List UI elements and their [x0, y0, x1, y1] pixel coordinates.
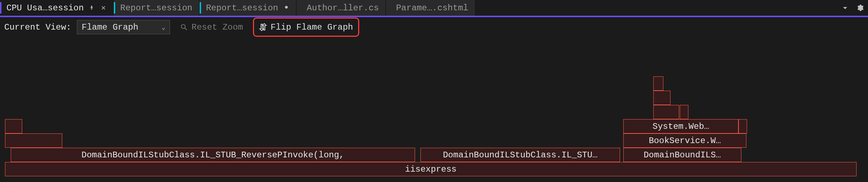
tab-author-controller[interactable]: Author…ller.cs — [297, 0, 386, 16]
flame-box-col3-r5[interactable] — [653, 91, 670, 105]
tab-accent — [0, 2, 1, 14]
tab-report-session-1[interactable]: Report…session — [114, 0, 200, 16]
close-icon[interactable] — [100, 5, 107, 11]
tab-accent — [114, 2, 115, 14]
flame-box-label: System.Web… — [627, 122, 735, 131]
flame-box-label: BookService.W… — [627, 136, 742, 146]
flame-box-col3-r6[interactable] — [653, 76, 663, 91]
flame-box-col3-r2[interactable]: BookService.W… — [623, 133, 746, 148]
flip-flame-graph-button[interactable]: Flip Flame Graph — [259, 20, 353, 34]
tab-label: Report…session — [120, 3, 192, 13]
pin-icon[interactable] — [89, 5, 95, 11]
reset-zoom-button[interactable]: Reset Zoom — [176, 20, 247, 34]
overflow-tabs-button[interactable] — [841, 4, 849, 12]
tab-label: Author…ller.cs — [307, 3, 379, 13]
flame-box-col1-r3[interactable] — [5, 119, 22, 133]
tab-strip: CPU Usa…session Report…session Report…se… — [0, 0, 868, 17]
flame-box-col1-r1[interactable]: DomainBoundILStubClass.IL_STUB_ReversePI… — [11, 148, 415, 162]
chevron-down-icon: ⌄ — [161, 23, 165, 31]
flame-box-col2-r1[interactable]: DomainBoundILStubClass.IL_STU… — [420, 148, 620, 162]
tab-strip-tools — [841, 0, 868, 16]
tab-label: CPU Usa…session — [6, 3, 84, 13]
flame-box-root[interactable]: iisexpress — [5, 162, 857, 176]
tab-label: Parame….cshtml — [396, 3, 468, 13]
gear-icon[interactable] — [856, 4, 864, 12]
flip-icon — [259, 23, 267, 31]
view-select-value: Flame Graph — [82, 22, 138, 32]
flip-flame-graph-label: Flip Flame Graph — [270, 22, 353, 32]
dirty-indicator-icon: • — [283, 5, 289, 11]
flame-box-label: DomainBoundILStubClass.IL_STU… — [424, 150, 616, 160]
flame-box-col3-r4b[interactable] — [680, 105, 688, 119]
flip-flame-graph-highlight: Flip Flame Graph — [253, 17, 359, 37]
tab-parame-cshtml[interactable]: Parame….cshtml — [386, 0, 476, 16]
svg-line-1 — [185, 28, 187, 30]
tab-accent — [200, 2, 201, 14]
tab-report-session-2[interactable]: Report…session • — [200, 0, 297, 16]
flame-box-label: iisexpress — [9, 165, 853, 174]
current-view-label: Current View: — [4, 22, 71, 32]
flame-box-col3-r1[interactable]: DomainBoundILS… — [623, 148, 741, 162]
flame-box-label: DomainBoundILStubClass.IL_STUB_ReversePI… — [15, 150, 411, 160]
flame-box-col3-r3b[interactable] — [738, 119, 747, 133]
flame-box-label: DomainBoundILS… — [627, 150, 737, 160]
tab-cpu-usage-session[interactable]: CPU Usa…session — [0, 0, 114, 16]
flame-box-col3-r3[interactable]: System.Web… — [623, 119, 738, 133]
flame-box-col1-r2[interactable] — [5, 133, 62, 148]
flame-graph-area[interactable]: iisexpressDomainBoundILStubClass.IL_STUB… — [0, 37, 868, 182]
toolbar: Current View: Flame Graph ⌄ Reset Zoom F… — [0, 17, 868, 37]
tab-label: Report…session — [206, 3, 278, 13]
view-select[interactable]: Flame Graph ⌄ — [77, 20, 170, 34]
magnifier-icon — [180, 23, 188, 31]
svg-point-0 — [181, 25, 185, 29]
reset-zoom-label: Reset Zoom — [191, 22, 243, 32]
flame-box-col3-r4[interactable] — [653, 105, 679, 119]
